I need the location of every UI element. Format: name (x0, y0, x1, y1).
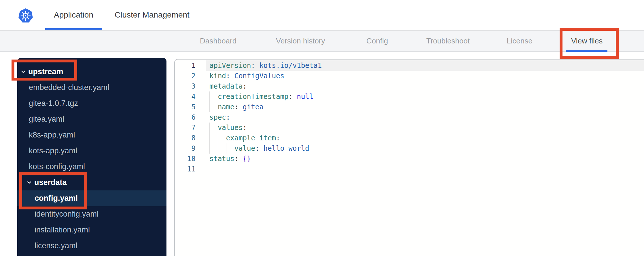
nav-tab-troubleshoot[interactable]: Troubleshoot (426, 30, 470, 51)
nav-tab-config[interactable]: Config (366, 30, 388, 51)
file-k8s-app.yaml[interactable]: k8s-app.yaml (17, 127, 166, 143)
code-line-10[interactable]: 10status: {} (175, 154, 644, 164)
token-t (293, 93, 297, 101)
token-p: : (226, 72, 230, 80)
token-p: : (276, 134, 280, 142)
code-text[interactable]: creationTimestamp: null (206, 91, 644, 102)
token-p: : (243, 82, 247, 90)
indent-guide (209, 91, 210, 102)
indent-guide (209, 143, 210, 154)
token-k: name (218, 103, 234, 111)
line-number: 3 (175, 81, 196, 91)
file-installation.yaml[interactable]: installation.yaml (17, 222, 166, 238)
nav-tab-label: View files (571, 37, 603, 45)
code-line-8[interactable]: 8 example_item: (175, 133, 644, 143)
nav-tab-dashboard[interactable]: Dashboard (200, 30, 236, 51)
token-k: spec (209, 113, 226, 121)
token-t (209, 93, 218, 101)
file-kots-app.yaml[interactable]: kots-app.yaml (17, 143, 166, 159)
token-t (238, 103, 243, 111)
tree-item-label: gitea.yaml (29, 115, 64, 124)
nav-tab-label: Dashboard (200, 37, 236, 45)
folder-upstream[interactable]: upstream (17, 64, 166, 80)
nav-tab-label: Config (366, 37, 388, 45)
code-text[interactable]: values: (206, 123, 644, 133)
token-p: : (255, 144, 259, 152)
tree-item-label: installation.yaml (35, 226, 90, 234)
token-c: null (297, 93, 313, 101)
code-text[interactable]: value: hello world (206, 143, 644, 154)
nav-tab-license[interactable]: License (507, 30, 533, 51)
code-text[interactable]: example_item: (206, 133, 644, 143)
token-v: kots.io/v1beta1 (259, 62, 322, 70)
code-line-9[interactable]: 9 value: hello world (175, 143, 644, 154)
chevron-down-icon[interactable] (21, 69, 26, 74)
code-editor[interactable]: 1apiVersion: kots.io/v1beta12kind: Confi… (174, 59, 644, 256)
code-line-6[interactable]: 6spec: (175, 112, 644, 123)
token-k: apiVersion (209, 62, 251, 70)
line-number: 1 (175, 60, 196, 71)
code-line-1[interactable]: 1apiVersion: kots.io/v1beta1 (175, 60, 644, 71)
token-t (209, 124, 218, 132)
tab-cluster-management-label: Cluster Management (115, 10, 190, 20)
tab-cluster-management[interactable]: Cluster Management (115, 0, 190, 30)
code-text[interactable]: kind: ConfigValues (206, 71, 644, 81)
line-number: 5 (175, 102, 196, 112)
folder-userdata[interactable]: userdata (17, 175, 166, 190)
indent-guide (218, 143, 218, 154)
indent-guide (226, 143, 226, 154)
token-v: gitea (243, 103, 264, 111)
app-nav: Dashboard Version history Config Trouble… (0, 30, 644, 52)
file-gitea.yaml[interactable]: gitea.yaml (17, 111, 166, 127)
nav-tab-label: Troubleshoot (426, 37, 470, 45)
token-t (259, 144, 263, 152)
chevron-down-icon[interactable] (27, 180, 32, 185)
code-text[interactable]: spec: (206, 112, 644, 123)
tree-item-label: license.yaml (35, 241, 77, 250)
line-number: 11 (175, 164, 196, 174)
token-p: : (226, 113, 230, 121)
tree-item-label: k8s-app.yaml (29, 131, 75, 140)
code-text[interactable]: apiVersion: kots.io/v1beta1 (206, 60, 644, 71)
token-k: kind (209, 72, 226, 80)
tree-item-label: identityconfig.yaml (35, 210, 99, 219)
code-line-7[interactable]: 7 values: (175, 123, 644, 133)
code-line-4[interactable]: 4 creationTimestamp: null (175, 91, 644, 102)
code-text[interactable]: name: gitea (206, 102, 644, 112)
token-k: creationTimestamp (218, 93, 289, 101)
file-kots-config.yaml[interactable]: kots-config.yaml (17, 159, 166, 175)
code-line-5[interactable]: 5 name: gitea (175, 102, 644, 112)
nav-tab-label: License (507, 37, 533, 45)
token-t (209, 144, 234, 152)
tree-item-label: upstream (28, 67, 63, 76)
line-number: 4 (175, 91, 196, 102)
token-k: values (218, 124, 243, 132)
tab-application[interactable]: Application (54, 0, 93, 30)
token-p: : (251, 62, 255, 70)
file-gitea-1.0.7.tgz[interactable]: gitea-1.0.7.tgz (17, 95, 166, 111)
file-identityconfig.yaml[interactable]: identityconfig.yaml (17, 206, 166, 222)
code-line-2[interactable]: 2kind: ConfigValues (175, 71, 644, 81)
token-p: : (234, 155, 238, 163)
file-license.yaml[interactable]: license.yaml (17, 238, 166, 254)
nav-tab-version-history[interactable]: Version history (276, 30, 325, 51)
line-number: 10 (175, 154, 196, 164)
file-config.yaml[interactable]: config.yaml (17, 190, 166, 206)
top-bar: Application Cluster Management (0, 0, 644, 30)
file-embedded-cluster.yaml[interactable]: embedded-cluster.yaml (17, 80, 166, 95)
code-text[interactable]: status: {} (206, 154, 644, 164)
indent-guide (209, 123, 210, 133)
line-number: 7 (175, 123, 196, 133)
token-t (238, 155, 243, 163)
token-k: status (209, 155, 234, 163)
token-t (209, 103, 218, 111)
tree-item-label: userdata (34, 178, 67, 187)
indent-guide (209, 133, 210, 143)
code-line-3[interactable]: 3metadata: (175, 81, 644, 91)
code-line-11[interactable]: 11 (175, 164, 644, 174)
nav-tab-view-files[interactable]: View files (571, 30, 603, 51)
code-text[interactable]: metadata: (206, 81, 644, 91)
nav-tab-label: Version history (276, 37, 325, 45)
code-text[interactable] (206, 164, 644, 174)
tree-item-label: kots-app.yaml (29, 146, 77, 155)
